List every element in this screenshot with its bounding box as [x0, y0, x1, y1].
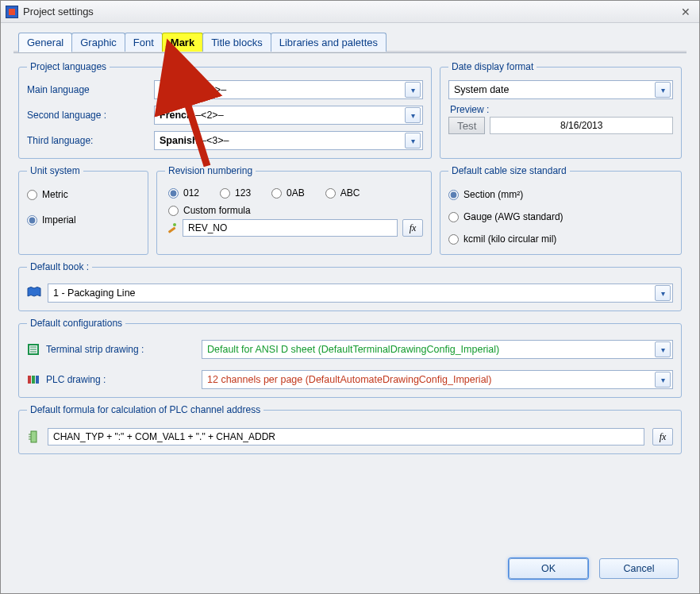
chevron-down-icon[interactable]: ▾: [655, 285, 671, 301]
radio-imperial[interactable]: Imperial: [27, 214, 140, 226]
plc-icon: [27, 373, 40, 386]
fx-button[interactable]: fx: [652, 428, 673, 446]
svg-rect-1: [168, 227, 176, 233]
svg-point-2: [173, 223, 176, 226]
label-third-language: Third language:: [27, 135, 154, 146]
legend-cable-standard: Default cable size standard: [448, 165, 570, 176]
chevron-down-icon[interactable]: ▾: [405, 133, 421, 148]
tab-graphic[interactable]: Graphic: [71, 33, 125, 52]
radio-0ab[interactable]: 0AB: [271, 187, 305, 199]
group-cable-standard: Default cable size standard Section (mm²…: [440, 165, 682, 255]
radio-gauge[interactable]: Gauge (AWG standard): [448, 211, 673, 222]
legend-default-book: Default book :: [27, 261, 92, 272]
book-icon: [27, 287, 40, 299]
test-button[interactable]: Test: [448, 117, 485, 134]
terminal-icon: [27, 343, 40, 356]
ok-button[interactable]: OK: [509, 558, 588, 579]
plc-card-icon: [27, 430, 40, 443]
tab-page-general: Project languages Main language English …: [13, 52, 687, 587]
combo-default-book[interactable]: 1 - Packaging Line ▾: [48, 284, 673, 303]
group-date-format: Date display format System date ▾ Previe…: [440, 61, 682, 159]
combo-date-format[interactable]: System date ▾: [448, 80, 673, 99]
svg-rect-10: [31, 431, 37, 442]
radio-metric[interactable]: Metric: [27, 189, 140, 200]
tabstrip: General Graphic Font Mark Title blocks L…: [13, 33, 687, 52]
chevron-down-icon[interactable]: ▾: [405, 82, 421, 98]
combo-plc-drawing[interactable]: 12 channels per page (DefaultAutomateDra…: [202, 370, 673, 389]
combo-main-language[interactable]: English –<1>– ▾: [154, 80, 423, 99]
date-preview-value: 8/16/2013: [490, 117, 673, 134]
tab-title-blocks[interactable]: Title blocks: [202, 33, 271, 52]
radio-012[interactable]: 012: [168, 187, 199, 199]
chevron-down-icon[interactable]: ▾: [655, 341, 671, 357]
app-icon: [6, 6, 18, 18]
legend-date-format: Date display format: [448, 61, 537, 72]
label-terminal-strip: Terminal strip drawing :: [46, 344, 144, 355]
chevron-down-icon[interactable]: ▾: [405, 107, 421, 123]
label-second-language: Second language :: [27, 110, 154, 121]
legend-plc-formula: Default formula for calculation of PLC c…: [27, 404, 263, 415]
chevron-down-icon[interactable]: ▾: [655, 372, 671, 388]
titlebar: Project settings ✕: [1, 1, 699, 23]
window-title: Project settings: [23, 6, 672, 17]
tab-general[interactable]: General: [18, 33, 72, 52]
radio-custom-formula[interactable]: Custom formula: [165, 205, 423, 216]
group-project-languages: Project languages Main language English …: [18, 61, 432, 159]
label-preview: Preview :: [450, 104, 673, 115]
legend-default-configurations: Default configurations: [27, 318, 125, 329]
group-unit-system: Unit system Metric Imperial: [18, 165, 148, 255]
svg-rect-9: [36, 376, 39, 384]
fx-button[interactable]: fx: [402, 219, 423, 237]
combo-third-language[interactable]: Spanish –<3>– ▾: [154, 131, 423, 150]
cancel-button[interactable]: Cancel: [599, 558, 679, 579]
svg-rect-7: [28, 376, 31, 384]
project-settings-dialog: Project settings ✕ General Graphic Font …: [0, 0, 700, 594]
tab-mark[interactable]: Mark: [162, 33, 203, 52]
combo-second-language[interactable]: French –<2>– ▾: [154, 106, 423, 125]
radio-kcmil[interactable]: kcmil (kilo circular mil): [448, 233, 673, 245]
close-icon[interactable]: ✕: [677, 5, 694, 19]
client-area: General Graphic Font Mark Title blocks L…: [1, 23, 699, 593]
chevron-down-icon[interactable]: ▾: [655, 82, 671, 98]
legend-unit-system: Unit system: [27, 165, 83, 176]
group-default-configurations: Default configurations Terminal strip dr…: [18, 318, 682, 398]
legend-project-languages: Project languages: [27, 61, 110, 72]
combo-terminal-strip[interactable]: Default for ANSI D sheet (DefaultTermina…: [202, 340, 673, 359]
tab-libraries[interactable]: Libraries and palettes: [271, 33, 387, 52]
group-revision-numbering: Revision numbering 012 123 0AB ABC Custo…: [156, 165, 432, 255]
revision-formula-input[interactable]: REV_NO: [183, 219, 398, 237]
radio-abc[interactable]: ABC: [325, 187, 360, 199]
plc-formula-input[interactable]: CHAN_TYP + ":" + COM_VAL1 + "." + CHAN_A…: [48, 428, 644, 446]
group-plc-formula: Default formula for calculation of PLC c…: [18, 404, 682, 454]
radio-section[interactable]: Section (mm²): [448, 189, 673, 200]
legend-revision-numbering: Revision numbering: [165, 165, 256, 176]
radio-123[interactable]: 123: [220, 187, 251, 199]
label-main-language: Main language: [27, 84, 154, 95]
svg-rect-8: [32, 376, 35, 384]
wand-icon: [165, 222, 178, 234]
dialog-footer: OK Cancel: [18, 554, 682, 582]
group-default-book: Default book : 1 - Packaging Line ▾: [18, 261, 682, 311]
label-plc-drawing: PLC drawing :: [46, 374, 106, 385]
tab-font[interactable]: Font: [125, 33, 163, 52]
